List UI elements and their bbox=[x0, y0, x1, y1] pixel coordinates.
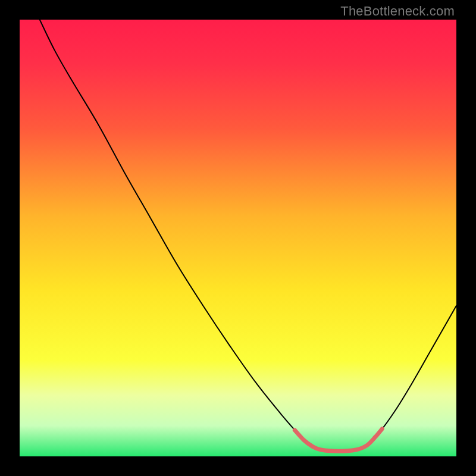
watermark-text: TheBottleneck.com bbox=[340, 4, 455, 19]
gradient-bg bbox=[20, 20, 456, 456]
chart-canvas bbox=[20, 20, 456, 456]
chart-frame bbox=[20, 20, 456, 456]
